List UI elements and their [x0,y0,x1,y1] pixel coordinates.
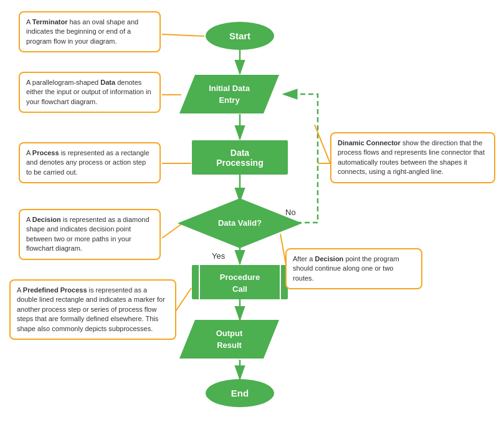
svg-text:Yes: Yes [212,251,226,261]
terminator-text: A Terminator has an oval shape and indic… [26,18,138,45]
end-shape: End [206,379,274,407]
decision-route-text: After a Decision point the program shoul… [293,255,399,282]
predefined-annotation: A Predefined Process is represented as a… [9,279,176,340]
data-text: A parallelogram-shaped Data denotes eith… [26,79,151,105]
decision-annotation: A Decision is represented as a diamond s… [19,209,161,260]
svg-text:Initial Data: Initial Data [209,84,250,93]
diagram-container: No Yes Start Initial Data Entry [0,0,504,424]
svg-line-9 [162,34,204,36]
initial-data-shape: Initial Data Entry [179,75,279,113]
svg-line-15 [315,125,330,163]
svg-text:Output: Output [216,329,243,338]
svg-text:Call: Call [232,284,247,294]
end-label: End [231,388,249,398]
svg-text:Result: Result [217,340,242,350]
data-annotation: A parallelogram-shaped Data denotes eith… [19,72,161,113]
decision-svg: Data Valid? [178,198,302,248]
procedure-svg: Procedure Call [192,265,288,299]
svg-text:Procedure: Procedure [220,272,260,282]
initial-data-svg: Initial Data Entry [179,75,279,113]
svg-marker-27 [179,320,279,359]
svg-line-13 [174,288,191,313]
start-label: Start [229,31,250,41]
procedure-call-shape: Procedure Call [192,265,288,299]
start-shape: Start [206,22,274,50]
predefined-text: A Predefined Process is represented as a… [17,286,165,332]
dynamic-connector-annotation: Dinamic Connector show the direction tha… [330,132,495,183]
dynamic-connector-text: Dinamic Connector show the direction tha… [338,139,485,175]
svg-text:Data Valid?: Data Valid? [218,218,262,228]
data-processing-shape: DataProcessing [192,140,288,175]
process-text: A Process is represented as a rectangle … [26,149,150,176]
svg-marker-17 [179,75,279,113]
output-svg: Output Result [179,320,279,359]
decision-text: A Decision is represented as a diamond s… [26,216,150,252]
data-processing-label: DataProcessing [216,148,263,168]
output-result-shape: Output Result [179,320,279,359]
decision-shape: Data Valid? [178,198,302,248]
terminator-annotation: A Terminator has an oval shape and indic… [19,11,161,52]
process-annotation: A Process is represented as a rectangle … [19,142,161,183]
decision-route-annotation: After a Decision point the program shoul… [285,248,422,289]
svg-rect-22 [192,265,288,299]
svg-text:Entry: Entry [219,95,240,105]
